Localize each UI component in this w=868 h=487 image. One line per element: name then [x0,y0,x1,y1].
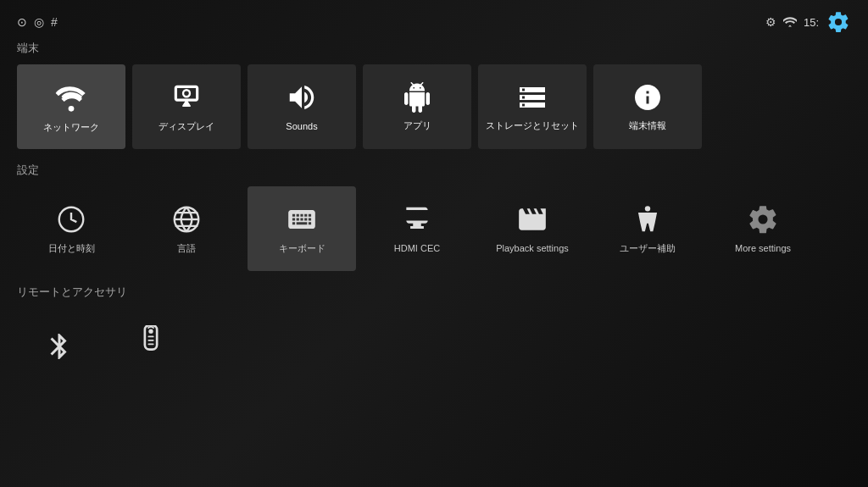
section-remotes-label: リモートとアクセサリ [17,285,851,300]
tile-hdmi-cec[interactable]: HDMI CEC [363,186,471,271]
section-terminal-label: 端末 [17,41,851,56]
tile-more-settings[interactable]: More settings [709,186,817,271]
status-right: ⚙ 15: [765,9,851,35]
main-screen: ⊙ ◎ # ⚙ 15: 端末 ネットワーク [0,0,868,487]
tile-accessibility-label: ユーザー補助 [620,242,676,254]
tile-playback[interactable]: Playback settings [478,186,587,271]
tile-keyboard[interactable]: キーボード [248,186,356,271]
tile-sounds[interactable]: Sounds [248,64,356,149]
tile-remote-control[interactable] [108,308,193,385]
hdmi-icon [401,203,433,235]
tile-datetime-label: 日付と時刻 [48,242,95,254]
settings-tiles-row: 日付と時刻 言語 キーボード [17,186,851,271]
tile-display-label: ディスプレイ [159,120,214,132]
tile-language-label: 言語 [177,242,196,254]
tile-datetime[interactable]: 日付と時刻 [17,186,125,271]
wifi-status-icon [783,17,797,27]
bluetooth-icon [44,331,75,362]
clock-icon [55,203,87,235]
clock-time: 15: [804,16,819,29]
wifi-icon [54,80,88,114]
section-settings-label: 設定 [17,163,851,178]
svg-rect-8 [147,340,153,341]
tile-device-info[interactable]: 端末情報 [593,64,702,149]
tile-device-info-label: 端末情報 [629,119,666,131]
more-settings-gear-icon [747,203,779,235]
film-icon [516,203,548,235]
icon-hash: # [51,15,58,29]
tile-playback-label: Playback settings [496,242,569,254]
tile-apps-label: アプリ [403,119,431,131]
top-settings-gear[interactable] [826,9,851,35]
icon-circle: ⊙ [17,15,27,29]
tile-sounds-label: Sounds [286,120,317,132]
tile-more-settings-label: More settings [735,242,791,254]
status-bar: ⊙ ◎ # ⚙ 15: [17,10,851,34]
sound-icon [286,81,318,113]
remote-icon [139,325,163,368]
icon-target: ◎ [34,15,44,29]
globe-icon [170,203,203,235]
accessibility-icon [632,203,664,235]
tile-language[interactable]: 言語 [132,186,241,271]
tile-accessibility[interactable]: ユーザー補助 [593,186,702,271]
tile-storage[interactable]: ストレージとリセット [478,64,587,149]
android-icon [402,82,432,113]
svg-point-0 [69,106,75,112]
tile-storage-label: ストレージとリセット [486,119,579,131]
svg-point-6 [148,329,153,333]
svg-rect-9 [147,343,153,345]
keyboard-icon [286,203,318,235]
remotes-tiles-row [17,308,851,385]
svg-point-4 [645,206,650,211]
info-icon [632,82,663,113]
bluetooth-icon: ⚙ [765,15,776,29]
tile-keyboard-label: キーボード [279,242,326,254]
storage-icon [517,82,548,113]
tile-network[interactable]: ネットワーク [17,64,125,149]
tile-display[interactable]: ディスプレイ [132,64,241,149]
status-left-icons: ⊙ ◎ # [17,15,58,29]
display-settings-icon [170,81,203,113]
svg-rect-7 [147,336,153,338]
tile-hdmi-label: HDMI CEC [394,242,440,254]
tile-apps[interactable]: アプリ [363,64,471,149]
tile-network-label: ネットワーク [43,121,99,133]
tile-bluetooth[interactable] [17,308,102,385]
terminal-tiles-row: ネットワーク ディスプレイ Sounds [17,64,851,149]
